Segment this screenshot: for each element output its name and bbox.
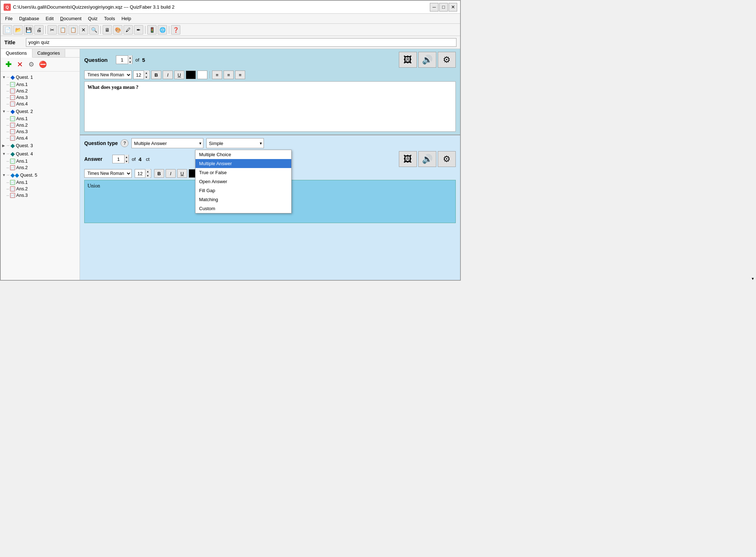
a-font-size-up[interactable]: ▲: [145, 169, 150, 173]
question-number-input[interactable]: [116, 56, 128, 64]
answer-number-up[interactable]: ▲: [125, 155, 129, 159]
expand-icon-q1: ▼: [2, 75, 6, 79]
question-settings-button[interactable]: ⚙: [438, 52, 456, 68]
tree-ans-1-3[interactable]: ─ 📄 Ans.3: [1, 94, 80, 101]
menu-tools[interactable]: Tools: [101, 15, 118, 22]
expand-icon-q5: ▼: [2, 173, 6, 177]
tree-ans-4-1[interactable]: ─ 📄 Ans.1: [1, 158, 80, 164]
tree-ans-1-4[interactable]: ─ 📄 Ans.4: [1, 101, 80, 107]
tree-ans-1-2[interactable]: ─ 📄 Ans.2: [1, 88, 80, 94]
toolbar-new[interactable]: 📄: [3, 25, 12, 35]
question-image-button[interactable]: 🖼: [399, 52, 417, 68]
answer-font-size-input[interactable]: [135, 169, 145, 177]
toolbar-print[interactable]: 🖨: [34, 25, 44, 35]
question-type-row: Question type ? Multiple Choice Multiple…: [84, 138, 456, 148]
question-bg-color[interactable]: [197, 71, 207, 79]
question-number-up[interactable]: ▲: [128, 55, 132, 60]
menu-document[interactable]: Document: [57, 15, 84, 22]
dropdown-multiple-choice[interactable]: Multiple Choice: [195, 150, 291, 159]
question-font-size-input[interactable]: [134, 71, 144, 79]
menu-file[interactable]: File: [2, 15, 15, 22]
answer-settings-button[interactable]: ⚙: [438, 151, 456, 167]
tree-quest-1[interactable]: ▼ ─ ◆ Quest. 1: [1, 73, 80, 81]
answer-number-down[interactable]: ▼: [125, 159, 129, 163]
question-number-spinner: ▲ ▼: [128, 55, 132, 64]
toolbar-pen[interactable]: 🖊: [123, 25, 133, 35]
answer-font-select[interactable]: Times New Roman Arial: [84, 169, 132, 178]
tree-ans-4-2[interactable]: ─ 📄 Ans.2: [1, 164, 80, 171]
question-type-help[interactable]: ?: [121, 139, 129, 147]
toolbar-web[interactable]: 🌐: [158, 25, 167, 35]
tree-ans-2-2[interactable]: ─ 📄 Ans.2: [1, 122, 80, 128]
question-align-left[interactable]: ≡: [212, 71, 222, 79]
settings-button[interactable]: ⚙: [27, 60, 36, 69]
question-text-area[interactable]: What does yoga mean ?: [84, 81, 456, 132]
q-font-size-up[interactable]: ▲: [144, 71, 149, 75]
tab-questions[interactable]: Questions: [1, 49, 32, 58]
toolbar-colors[interactable]: 🎨: [113, 25, 122, 35]
close-button[interactable]: ✕: [449, 3, 457, 12]
question-bold-button[interactable]: B: [151, 71, 161, 79]
answer-underline-button[interactable]: U: [177, 169, 187, 178]
question-text-color[interactable]: [186, 71, 196, 79]
tree-quest-5[interactable]: ▼ ─ ◆◆ Quest. 5: [1, 171, 80, 179]
quest-icon-q4: ◆: [10, 150, 15, 157]
tree-quest-3[interactable]: ▶ ─ ◆ Quest. 3: [1, 141, 80, 150]
tree-ans-1-1[interactable]: ─ 📄 Ans.1: [1, 81, 80, 88]
dropdown-matching[interactable]: Matching: [195, 195, 291, 204]
answer-image-button[interactable]: 🖼: [399, 151, 417, 167]
tab-categories[interactable]: Categories: [32, 49, 66, 57]
menu-database[interactable]: Database: [16, 15, 42, 22]
answer-italic-button[interactable]: I: [166, 169, 176, 178]
dropdown-custom[interactable]: Custom: [195, 204, 291, 213]
tree-ans-5-2[interactable]: ─ 📄 Ans.2: [1, 186, 80, 192]
answer-number-input[interactable]: [113, 155, 124, 163]
q-font-size-down[interactable]: ▼: [144, 75, 149, 79]
answer-settings-icon: ⚙: [443, 154, 451, 164]
menu-help[interactable]: Help: [118, 15, 134, 22]
simple-select[interactable]: Simple: [206, 138, 264, 148]
toolbar-save[interactable]: 💾: [24, 25, 33, 35]
question-font-select[interactable]: Times New Roman Arial Verdana: [84, 71, 132, 79]
tree-ans-2-3[interactable]: ─ 📄 Ans.3: [1, 128, 80, 135]
dropdown-fill-gap[interactable]: Fill Gap: [195, 186, 291, 195]
delete-question-button[interactable]: ✕: [15, 60, 24, 69]
dropdown-multiple-answer[interactable]: Multiple Answer: [195, 159, 291, 168]
stop-button[interactable]: ⛔: [38, 60, 48, 69]
toolbar-help[interactable]: ❓: [171, 25, 180, 35]
toolbar-copy[interactable]: 📋: [58, 25, 67, 35]
menu-edit[interactable]: Edit: [43, 15, 57, 22]
toolbar-search[interactable]: 🔍: [89, 25, 99, 35]
question-underline-button[interactable]: U: [174, 71, 184, 79]
tree-quest-2[interactable]: ▼ ─ ◆ Quest. 2: [1, 107, 80, 116]
add-question-button[interactable]: ✚: [4, 60, 13, 69]
ans-icon-1-4: 📄: [10, 101, 15, 107]
dropdown-true-false[interactable]: True or False: [195, 168, 291, 177]
question-align-center[interactable]: ≡: [224, 71, 234, 79]
tree-quest-4[interactable]: ▼ ─ ◆ Quest. 4: [1, 150, 80, 158]
title-input[interactable]: [26, 38, 456, 47]
toolbar-delete[interactable]: ✕: [79, 25, 88, 35]
answer-audio-button[interactable]: 🔊: [418, 151, 436, 167]
minimize-button[interactable]: ─: [430, 3, 438, 12]
toolbar-traffic[interactable]: 🚦: [147, 25, 157, 35]
question-audio-button[interactable]: 🔊: [418, 52, 436, 68]
a-font-size-down[interactable]: ▼: [145, 173, 150, 178]
tree-ans-5-3[interactable]: ─ 📄 Ans.3: [1, 192, 80, 199]
toolbar-open[interactable]: 📂: [13, 25, 23, 35]
question-align-right[interactable]: ≡: [235, 71, 245, 79]
toolbar-edit2[interactable]: ✒: [134, 25, 143, 35]
tree-ans-2-4[interactable]: ─ 📄 Ans.4: [1, 135, 80, 141]
question-type-select[interactable]: Multiple Choice Multiple Answer True or …: [131, 138, 203, 148]
question-italic-button[interactable]: I: [163, 71, 173, 79]
toolbar-cut[interactable]: ✂: [48, 25, 57, 35]
dropdown-open-answer[interactable]: Open Answer: [195, 177, 291, 186]
toolbar-paste[interactable]: 📋: [68, 25, 78, 35]
tree-ans-2-1[interactable]: ─ 📄 Ans.1: [1, 116, 80, 122]
maximize-button[interactable]: □: [439, 3, 448, 12]
toolbar-monitor[interactable]: 🖥: [103, 25, 112, 35]
answer-bold-button[interactable]: B: [154, 169, 164, 178]
menu-quiz[interactable]: Quiz: [85, 15, 100, 22]
question-number-down[interactable]: ▼: [128, 60, 132, 64]
tree-ans-5-1[interactable]: ─ 📄 Ans.1: [1, 179, 80, 186]
